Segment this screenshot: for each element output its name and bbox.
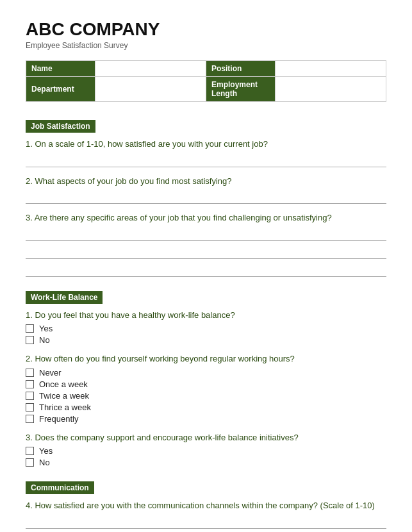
checkbox-option-no[interactable]: No <box>26 458 386 467</box>
answer-line-q7[interactable] <box>26 515 386 529</box>
section-work-life-balance: Work-Life Balance1. Do you feel that you… <box>26 286 386 468</box>
checkbox-option-twice-a-week[interactable]: Twice a week <box>26 391 386 401</box>
checkbox-label: Frequently <box>39 414 78 424</box>
checkbox-option-thrice-a-week[interactable]: Thrice a week <box>26 403 386 412</box>
name-value[interactable] <box>95 61 206 77</box>
info-table: Name Position Department Employment Leng… <box>26 60 386 102</box>
checkbox-option-never[interactable]: Never <box>26 368 386 378</box>
checkbox-label: Never <box>39 368 62 378</box>
position-value[interactable] <box>276 61 386 77</box>
checkbox-label: No <box>39 335 50 345</box>
question-q6: 3. Does the company support and encourag… <box>26 431 386 468</box>
checkbox-label: Once a week <box>39 379 88 389</box>
question-text-q7: 4. How satisfied are you with the commun… <box>26 499 386 512</box>
question-text-q2: 2. What aspects of your job do you find … <box>26 175 386 188</box>
checkbox-box[interactable] <box>26 415 34 423</box>
checkbox-option-yes[interactable]: Yes <box>26 324 386 333</box>
checkbox-box[interactable] <box>26 392 34 400</box>
checkbox-box[interactable] <box>26 447 34 455</box>
checkbox-option-frequently[interactable]: Frequently <box>26 414 386 424</box>
question-q4: 1. Do you feel that you have a healthy w… <box>26 309 386 345</box>
checkbox-box[interactable] <box>26 336 34 344</box>
checkbox-option-yes[interactable]: Yes <box>26 446 386 456</box>
employment-length-label: Employment Length <box>206 77 275 102</box>
department-label: Department <box>26 77 95 102</box>
survey-subtitle: Employee Satisfaction Survey <box>26 41 386 50</box>
question-text-q3: 3. Are there any specific areas of your … <box>26 212 386 224</box>
checkbox-option-no[interactable]: No <box>26 335 386 345</box>
question-q1: 1. On a scale of 1-10, how satisfied are… <box>26 138 386 167</box>
question-q2: 2. What aspects of your job do you find … <box>26 175 386 204</box>
checkbox-label: Twice a week <box>39 391 89 401</box>
department-value[interactable] <box>95 77 206 102</box>
question-text-q1: 1. On a scale of 1-10, how satisfied are… <box>26 138 386 151</box>
checkbox-box[interactable] <box>26 458 34 467</box>
section-header-communication: Communication <box>26 481 94 494</box>
checkbox-label: Yes <box>39 446 53 456</box>
company-title: ABC COMPANY <box>26 19 386 40</box>
checkbox-box[interactable] <box>26 324 34 333</box>
checkbox-label: Yes <box>39 324 53 333</box>
section-communication: Communication4. How satisfied are you wi… <box>26 476 386 532</box>
checkbox-label: No <box>39 458 50 467</box>
position-label: Position <box>206 61 275 77</box>
section-job-satisfaction: Job Satisfaction1. On a scale of 1-10, h… <box>26 115 386 277</box>
section-header-work-life-balance: Work-Life Balance <box>26 291 103 304</box>
answer-line-q1[interactable] <box>26 153 386 167</box>
checkbox-option-once-a-week[interactable]: Once a week <box>26 379 386 389</box>
question-q3: 3. Are there any specific areas of your … <box>26 212 386 277</box>
checkbox-box[interactable] <box>26 369 34 377</box>
section-header-job-satisfaction: Job Satisfaction <box>26 120 95 133</box>
name-label: Name <box>26 61 95 77</box>
question-q7: 4. How satisfied are you with the commun… <box>26 499 386 529</box>
question-text-q4: 1. Do you feel that you have a healthy w… <box>26 309 386 322</box>
checkbox-box[interactable] <box>26 380 34 388</box>
answer-line-q3-0[interactable] <box>26 227 386 241</box>
question-text-q6: 3. Does the company support and encourag… <box>26 431 386 444</box>
question-q5: 2. How often do you find yourself workin… <box>26 353 386 424</box>
answer-line-q3-1[interactable] <box>26 245 386 259</box>
checkbox-label: Thrice a week <box>39 403 91 412</box>
checkbox-box[interactable] <box>26 403 34 411</box>
answer-line-q3-2[interactable] <box>26 263 386 277</box>
question-text-q5: 2. How often do you find yourself workin… <box>26 353 386 365</box>
answer-line-q2[interactable] <box>26 190 386 204</box>
employment-length-value[interactable] <box>276 77 386 102</box>
survey-content: Job Satisfaction1. On a scale of 1-10, h… <box>26 115 386 532</box>
